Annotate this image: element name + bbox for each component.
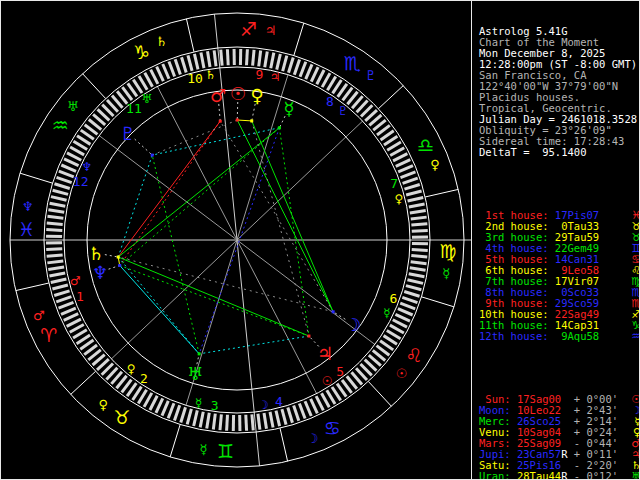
planet-glyph-Sun: ☉ xyxy=(230,83,246,104)
degree-tick xyxy=(404,292,419,297)
degree-tick xyxy=(49,273,65,276)
degree-tick xyxy=(294,406,299,421)
aspect-line-Sun-Venus xyxy=(237,120,251,121)
degree-dot-Mercury xyxy=(278,126,281,129)
house-ruler-icon-9: ♃ xyxy=(270,70,281,84)
house-ruler-icon-2: ♀ xyxy=(127,362,136,376)
planet-glyph-Venus: ♀ xyxy=(250,85,263,106)
degree-tick xyxy=(322,393,330,407)
aspect-line-Venus-Jupiter xyxy=(252,121,309,336)
degree-tick xyxy=(51,279,67,283)
degree-tick xyxy=(264,413,266,429)
degree-tick xyxy=(396,160,411,167)
sign-glyph-Gemini: ♊ xyxy=(217,440,234,462)
sign-boundary-line xyxy=(170,424,180,456)
degree-tick xyxy=(213,414,215,430)
degree-tick xyxy=(403,178,418,183)
degree-tick xyxy=(390,325,404,333)
degree-tick xyxy=(220,414,221,430)
degree-tick xyxy=(408,197,424,201)
degree-tick xyxy=(67,319,81,326)
degree-tick xyxy=(395,314,409,321)
degree-tick xyxy=(187,409,191,424)
degree-tick xyxy=(51,197,67,201)
degree-tick xyxy=(398,309,413,315)
planet-glyph-Saturn: ♄ xyxy=(88,243,104,264)
degree-tick xyxy=(411,262,427,264)
degree-tick xyxy=(70,325,84,333)
degree-tick xyxy=(150,396,157,410)
sign-ruler-icon-Pisces: ♆ xyxy=(22,199,34,214)
sign-boundary-line xyxy=(16,283,49,291)
sign-boundary-line xyxy=(280,428,288,461)
degree-tick xyxy=(246,415,247,431)
degree-dot-Saturn xyxy=(117,256,120,259)
degree-tick xyxy=(168,403,174,418)
degree-tick xyxy=(317,70,324,84)
sign-glyph-Cancer: ♋ xyxy=(324,417,341,439)
house-cusp-line-11 xyxy=(157,86,237,240)
house-ruler-icon-8: ♇ xyxy=(338,104,349,118)
degree-dot-Pluto xyxy=(151,154,154,157)
degree-dot-Mars xyxy=(219,120,222,123)
degree-tick xyxy=(201,52,204,68)
daily-motion-value: - 0°12' xyxy=(568,470,619,480)
sign-boundary-line xyxy=(425,189,458,197)
degree-tick xyxy=(400,303,415,309)
degree-dot-Moon xyxy=(332,310,335,313)
degree-tick xyxy=(406,286,421,290)
degree-tick xyxy=(276,411,280,427)
planet-label: Uran: xyxy=(479,470,511,480)
planet-glyph-Moon: ☽ xyxy=(345,314,361,335)
degree-tick xyxy=(259,50,261,66)
degree-tick xyxy=(47,261,63,263)
sign-boundary-line xyxy=(20,173,52,183)
degree-dot-Venus xyxy=(250,119,253,122)
planet-row: Uran: 28Tau44R - 0°12'♅ xyxy=(479,471,640,480)
degree-tick xyxy=(410,211,426,213)
degree-tick xyxy=(411,256,427,257)
degree-tick xyxy=(390,148,404,156)
planet-glyph-Mars: ♂ xyxy=(210,85,226,106)
degree-tick xyxy=(311,67,318,81)
sign-ruler-icon-Gemini: ☿ xyxy=(199,442,207,457)
house-number-5: 5 xyxy=(336,364,344,379)
sign-ruler-icon-Aries: ♂ xyxy=(33,308,45,323)
degree-tick xyxy=(393,320,407,327)
aspect-line-Saturn-Uranus xyxy=(118,257,199,354)
house-label: 12th house: xyxy=(479,330,549,342)
degree-tick xyxy=(54,291,69,296)
house-ruler-icon-6: ☿ xyxy=(383,306,390,320)
house-number-12: 12 xyxy=(73,174,89,189)
degree-tick xyxy=(406,191,421,195)
sign-glyph-Capricorn: ♑ xyxy=(133,41,150,63)
degree-tick xyxy=(253,50,254,66)
header-line: DeltaT = 95.1400 xyxy=(479,147,640,158)
house-number-6: 6 xyxy=(389,291,397,306)
degree-dot-Jupiter xyxy=(307,335,310,338)
degree-tick xyxy=(277,54,281,70)
degree-tick xyxy=(188,55,192,70)
sign-glyph-Pisces: ♓ xyxy=(18,218,35,240)
planet-glyph-Pluto: ♇ xyxy=(120,123,136,144)
aspect-line-Sun-Pluto xyxy=(152,120,237,155)
panel-header: Astrolog 5.41GChart of the MomentMon Dec… xyxy=(479,26,640,158)
house-row: 12th house: 9Aqu58♒ xyxy=(479,331,640,342)
degree-dot-Sun xyxy=(236,119,239,122)
sign-boundary-line xyxy=(421,297,453,307)
degree-tick xyxy=(169,62,175,77)
aspect-line-Mercury-Saturn xyxy=(118,128,279,257)
degree-tick xyxy=(175,59,180,74)
sign-glyph-Scorpio: ♏ xyxy=(344,52,361,74)
aspect-line-Moon-Saturn xyxy=(118,257,333,312)
sign-boundary-line xyxy=(378,86,403,109)
house-ruler-icon-1: ♂ xyxy=(70,274,81,288)
aspect-line-Sun-Moon xyxy=(237,120,333,312)
degree-tick xyxy=(322,73,330,87)
sign-glyph-Virgo: ♍ xyxy=(439,240,456,262)
sign-ruler-icon-Virgo: ☿ xyxy=(442,266,450,281)
degree-tick xyxy=(407,280,423,284)
degree-tick xyxy=(271,53,274,69)
aspect-line-Saturn-Pluto xyxy=(118,155,152,257)
house-number-2: 2 xyxy=(140,371,148,386)
